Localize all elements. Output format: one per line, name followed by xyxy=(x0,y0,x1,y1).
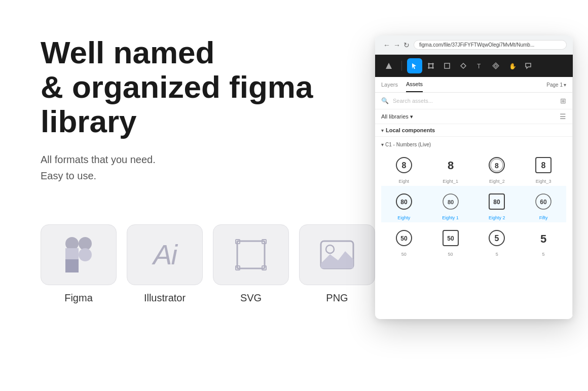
browser-nav: ← → ↻ xyxy=(383,41,410,49)
toolbar-component-btn[interactable] xyxy=(488,58,503,73)
format-figma: Figma xyxy=(41,224,117,304)
svg-rect-3 xyxy=(79,248,92,261)
toolbar-move-btn[interactable] xyxy=(407,58,422,73)
component-row-eighty: 80 Eighty 80 xyxy=(381,186,566,222)
component-5-circle[interactable]: 5 5 xyxy=(474,222,520,259)
svg-label: SVG xyxy=(240,292,262,304)
tab-layers[interactable]: Layers xyxy=(381,82,398,92)
eight-3-label: Eight_3 xyxy=(536,179,552,184)
subtitle-line2: Easy to use. xyxy=(41,170,96,181)
svg-text:5: 5 xyxy=(540,232,546,245)
subtitle: All formats that you need. Easy to use. xyxy=(41,151,375,184)
toolbar-menu-btn[interactable] xyxy=(381,58,396,73)
50-box-icon: 50 xyxy=(436,226,465,250)
svg-marker-13 xyxy=(386,63,392,69)
component-eight-3[interactable]: 8 Eight_3 xyxy=(521,149,566,186)
component-50-circle[interactable]: 50 50 xyxy=(381,222,427,259)
figma-toolbar: T ✋ xyxy=(375,55,573,77)
illustrator-icon-box: Ai xyxy=(127,224,203,285)
section-chevron-icon: ▾ xyxy=(381,142,384,147)
component-fifty[interactable]: 60 Fifty xyxy=(521,186,566,222)
right-section: ← → ↻ figma.com/file/37JFiFYFTWqwOlegi7M… xyxy=(375,35,578,371)
svg-text:8: 8 xyxy=(401,161,406,170)
toolbar-group-tools: T ✋ xyxy=(407,58,536,73)
svg-point-12 xyxy=(326,245,334,253)
component-eighty[interactable]: 80 Eighty xyxy=(381,186,427,222)
illustrator-label: Illustrator xyxy=(144,292,186,304)
50-circle-label: 50 xyxy=(401,252,407,257)
eighty-1-label: Eighty 1 xyxy=(442,215,459,220)
svg-text:8: 8 xyxy=(495,162,499,170)
component-eight[interactable]: 8 Eight xyxy=(381,149,427,186)
page-chevron-icon: ▾ xyxy=(564,82,566,88)
page-indicator: Page 1 ▾ xyxy=(546,82,566,92)
grid-view-icon[interactable]: ⊞ xyxy=(560,97,566,105)
list-toggle-icon[interactable]: ☰ xyxy=(560,112,566,121)
svg-text:50: 50 xyxy=(400,235,408,242)
component-section-title: ▾ C1 - Numbers (Live) xyxy=(381,139,566,149)
figma-left-panel: Layers Assets Page 1 ▾ 🔍 Search assets..… xyxy=(375,77,573,319)
component-eight-1[interactable]: 8 Eight_1 xyxy=(428,149,473,186)
headline-line1: Well named xyxy=(41,35,214,70)
png-image-icon xyxy=(319,239,355,270)
eight-label: Eight xyxy=(399,179,410,184)
browser-url-bar[interactable]: figma.com/file/37JFiFYFTWqwOlegi7MvMt/Nu… xyxy=(414,40,567,50)
svg-text:✋: ✋ xyxy=(509,62,516,69)
png-icon-box xyxy=(299,224,375,285)
libraries-chevron-icon: ▾ xyxy=(410,113,413,120)
svg-frame-icon xyxy=(233,237,269,272)
search-icon: 🔍 xyxy=(381,97,389,104)
svg-text:5: 5 xyxy=(495,234,499,243)
component-5-plain[interactable]: 5 5 xyxy=(521,222,566,259)
component-eight-2[interactable]: 8 Eight_2 xyxy=(474,149,520,186)
eight-2-icon: 8 xyxy=(483,153,511,177)
svg-marker-14 xyxy=(412,63,416,69)
refresh-icon[interactable]: ↻ xyxy=(403,41,410,49)
back-arrow-icon[interactable]: ← xyxy=(383,41,390,49)
headline: Well named & organized figma library xyxy=(41,35,375,139)
svg-icon-box xyxy=(213,224,289,285)
eight-1-label: Eight_1 xyxy=(443,179,458,184)
figma-logo-icon xyxy=(65,237,92,272)
5-circle-icon: 5 xyxy=(483,226,511,250)
svg-text:60: 60 xyxy=(540,199,547,206)
forward-arrow-icon[interactable]: → xyxy=(393,41,400,49)
local-components-header: ▾ Local components xyxy=(375,124,572,137)
svg-rect-15 xyxy=(429,64,433,68)
figma-panels: Layers Assets Page 1 ▾ 🔍 Search assets..… xyxy=(375,77,573,319)
format-icons: Figma Ai Illustrator xyxy=(41,224,375,304)
component-eighty-1[interactable]: 80 Eighty 1 xyxy=(428,186,473,222)
left-section: Well named & organized figma library All… xyxy=(41,30,375,371)
libraries-bar: All libraries ▾ ☰ xyxy=(375,109,572,124)
component-50-box[interactable]: 50 50 xyxy=(428,222,473,259)
eight-2-label: Eight_2 xyxy=(489,179,505,184)
svg-text:50: 50 xyxy=(447,235,454,242)
libraries-label[interactable]: All libraries ▾ xyxy=(381,113,413,120)
component-eighty-2[interactable]: 80 Eighty 2 xyxy=(474,186,520,222)
search-assets-input[interactable]: Search assets... xyxy=(393,98,556,104)
figma-icon-box xyxy=(41,224,117,285)
toolbar-text-btn[interactable]: T xyxy=(472,58,487,73)
toolbar-hand-btn[interactable]: ✋ xyxy=(504,58,520,73)
eighty-1-icon: 80 xyxy=(436,190,465,213)
eight-icon: 8 xyxy=(390,153,418,177)
panel-tabs: Layers Assets Page 1 ▾ xyxy=(375,77,572,93)
search-bar: 🔍 Search assets... ⊞ xyxy=(375,93,572,109)
5-plain-icon: 5 xyxy=(529,226,558,250)
tab-assets[interactable]: Assets xyxy=(406,81,423,92)
toolbar-pen-btn[interactable] xyxy=(456,58,471,73)
eight-3-icon: 8 xyxy=(529,153,558,177)
50-box-label: 50 xyxy=(448,252,453,257)
toolbar-divider-1 xyxy=(401,61,402,71)
browser-window: ← → ↻ figma.com/file/37JFiFYFTWqwOlegi7M… xyxy=(375,35,573,319)
toolbar-shape-btn[interactable] xyxy=(439,58,455,73)
toolbar-comment-btn[interactable] xyxy=(521,58,536,73)
component-grid: ▾ C1 - Numbers (Live) 8 xyxy=(375,137,572,319)
svg-text:8: 8 xyxy=(541,161,546,170)
50-circle-icon: 50 xyxy=(390,226,418,250)
section-collapse-icon[interactable]: ▾ xyxy=(381,128,384,133)
toolbar-frame-btn[interactable] xyxy=(423,58,438,73)
subtitle-line1: All formats that you need. xyxy=(41,154,156,165)
format-png: PNG xyxy=(299,224,375,304)
eighty-label: Eighty xyxy=(397,215,410,220)
